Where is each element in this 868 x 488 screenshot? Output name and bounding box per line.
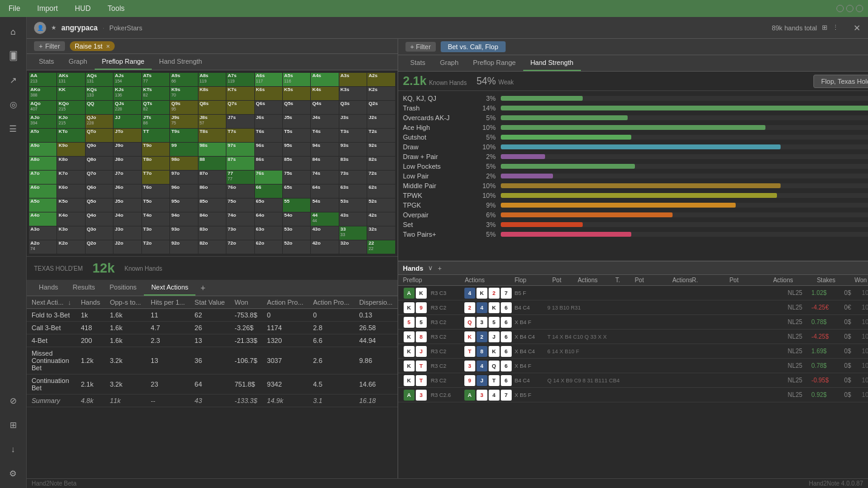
col-hits[interactable]: Hits per 1... — [146, 296, 189, 309]
range-cell[interactable]: 65o — [255, 198, 282, 212]
range-cell[interactable]: K4o — [57, 212, 84, 226]
range-cell[interactable]: ATo — [29, 129, 56, 142]
range-cell[interactable]: 32o — [339, 240, 367, 254]
range-cell[interactable]: JTo — [114, 129, 141, 142]
maximize-button[interactable] — [846, 5, 853, 12]
range-cell[interactable]: QJs228 — [114, 101, 141, 114]
range-cell[interactable]: J6o — [114, 185, 141, 198]
range-cell[interactable]: Q6s — [255, 101, 282, 114]
range-cell[interactable]: 53s — [339, 198, 367, 212]
range-cell[interactable]: KQs133 — [86, 87, 113, 100]
range-cell[interactable]: K6s — [255, 87, 282, 100]
range-cell[interactable]: T2o — [142, 240, 169, 254]
range-cell[interactable]: 3333 — [339, 226, 367, 240]
range-cell[interactable]: 75o — [226, 198, 254, 212]
bet-vs-call-filter[interactable]: Bet vs. Call, Flop — [441, 41, 506, 52]
range-cell[interactable]: Q3s — [339, 101, 367, 114]
table-row[interactable]: Call 3-Bet 418 1.6k 4.7 26 -3.26$ 1174 2… — [27, 322, 398, 334]
tab-preflop-range[interactable]: Preflop Range — [95, 54, 152, 70]
range-cell[interactable]: 64s — [311, 185, 338, 198]
range-cell[interactable]: K6o — [57, 185, 84, 198]
range-cell[interactable]: K3s — [339, 87, 367, 100]
table-tab-next-actions[interactable]: Next Actions — [144, 280, 195, 296]
hands-scroll-area[interactable]: Preflop Actions Flop Pot Actions T. Pot … — [398, 275, 868, 478]
range-cell[interactable]: 4444 — [311, 212, 338, 226]
range-cell[interactable]: 62s — [367, 185, 395, 198]
top-bar-file[interactable]: File — [5, 3, 24, 14]
range-cell[interactable]: A5o — [29, 198, 56, 212]
range-cell[interactable]: T7o — [142, 171, 169, 184]
raise-first-filter[interactable]: Raise 1st × — [70, 41, 115, 51]
hand-row[interactable]: K9R3 C224K6B4 C49 13 B10 R31NL25-4.25€0€… — [398, 300, 868, 315]
hand-row[interactable]: KJR3 C2T8K6X B4 C46 14 X B10 FNL251.69$0… — [398, 344, 868, 359]
right-tab-hand-strength[interactable]: Hand Strength — [523, 55, 581, 71]
range-cell[interactable]: AQo407 — [29, 101, 56, 114]
range-cell[interactable]: K7o — [57, 171, 84, 184]
range-cell[interactable]: 82s — [367, 157, 395, 170]
range-cell[interactable]: T4s — [311, 129, 338, 142]
tab-stats[interactable]: Stats — [32, 54, 61, 70]
range-cell[interactable]: Q9o — [86, 143, 113, 156]
range-cell[interactable]: 72o — [226, 240, 254, 254]
range-cell[interactable]: 62o — [255, 240, 282, 254]
range-cell[interactable]: 7777 — [226, 171, 254, 184]
range-cell[interactable]: J5o — [114, 198, 141, 212]
range-cell[interactable]: Q9s95 — [170, 101, 197, 114]
table-row[interactable]: Missed Continuation Bet 1.2k 3.2k 13 36 … — [27, 347, 398, 374]
range-cell[interactable]: 95o — [170, 198, 197, 212]
range-cell[interactable]: KJo215 — [57, 115, 84, 128]
range-cell[interactable]: 84s — [311, 157, 338, 170]
range-cell[interactable]: 99 — [170, 143, 197, 156]
filter-tag-close[interactable]: × — [106, 42, 110, 50]
range-cell[interactable]: T4o — [142, 212, 169, 226]
range-cell[interactable]: Q4s — [311, 101, 338, 114]
range-cell[interactable]: J2o — [114, 240, 141, 254]
range-cell[interactable]: KK — [57, 87, 84, 100]
range-cell[interactable]: K9o — [57, 143, 84, 156]
range-cell[interactable]: Q7s — [226, 101, 254, 114]
sidebar-icon-radio[interactable]: ◎ — [4, 95, 23, 114]
range-cell[interactable]: 52s — [367, 198, 395, 212]
range-cell[interactable]: J8s57 — [198, 115, 226, 128]
range-cell[interactable]: KQo215 — [57, 101, 84, 114]
range-cell[interactable]: A2s — [367, 73, 395, 86]
range-cell[interactable]: A9s66 — [170, 73, 197, 86]
range-cell[interactable]: A8s119 — [198, 73, 226, 86]
flop-dropdown[interactable]: Flop, Texas Hold'em — [813, 75, 868, 88]
range-cell[interactable]: 54o — [283, 212, 310, 226]
table-row[interactable]: Summary 4.8k 11k -- 43 -133.3$ 14.9k 3.1… — [27, 395, 398, 407]
range-cell[interactable]: 42s — [367, 212, 395, 226]
range-cell[interactable]: 84o — [198, 212, 226, 226]
range-cell[interactable]: 87o — [198, 171, 226, 184]
range-cell[interactable]: 97o — [170, 171, 197, 184]
range-cell[interactable]: T3s — [339, 129, 367, 142]
range-cell[interactable]: T6s — [255, 129, 282, 142]
table-tab-positions[interactable]: Positions — [102, 280, 144, 296]
range-cell[interactable]: 76s — [255, 171, 282, 184]
range-cell[interactable]: 88 — [198, 157, 226, 170]
range-cell[interactable]: 66 — [255, 185, 282, 198]
hand-row[interactable]: KTR3 C29JT6B4 C4Q 14 X B9 C9 8 31 B111 C… — [398, 373, 868, 388]
range-cell[interactable]: T6o — [142, 185, 169, 198]
table-row[interactable]: 4-Bet 200 1.6k 2.3 13 -21.33$ 1320 6.6 4… — [27, 334, 398, 347]
export-icon[interactable]: ⊞ — [822, 24, 827, 32]
range-cell[interactable]: K4s — [311, 87, 338, 100]
range-cell[interactable]: 98s — [198, 143, 226, 156]
table-tab-hands[interactable]: Hands — [32, 280, 66, 296]
range-cell[interactable]: 86s — [255, 157, 282, 170]
range-cell[interactable]: 55 — [283, 198, 310, 212]
range-cell[interactable]: Q5s — [283, 101, 310, 114]
range-cell[interactable]: 74o — [226, 212, 254, 226]
range-cell[interactable]: Q8s — [198, 101, 226, 114]
range-cell[interactable]: AJo394 — [29, 115, 56, 128]
col-won[interactable]: Won — [230, 296, 262, 309]
range-cell[interactable]: J4o — [114, 212, 141, 226]
close-window-button[interactable] — [856, 5, 863, 12]
menu-icon[interactable]: ⋮ — [832, 24, 839, 32]
range-cell[interactable]: 93s — [339, 143, 367, 156]
range-cell[interactable]: 87s — [226, 157, 254, 170]
range-cell[interactable]: A8o — [29, 157, 56, 170]
range-cell[interactable]: AA213 — [29, 73, 56, 86]
range-cell[interactable]: K8o — [57, 157, 84, 170]
table-row[interactable]: Fold to 3-Bet 1k 1.6k 11 62 -753.8$ 0 0 … — [27, 309, 398, 322]
